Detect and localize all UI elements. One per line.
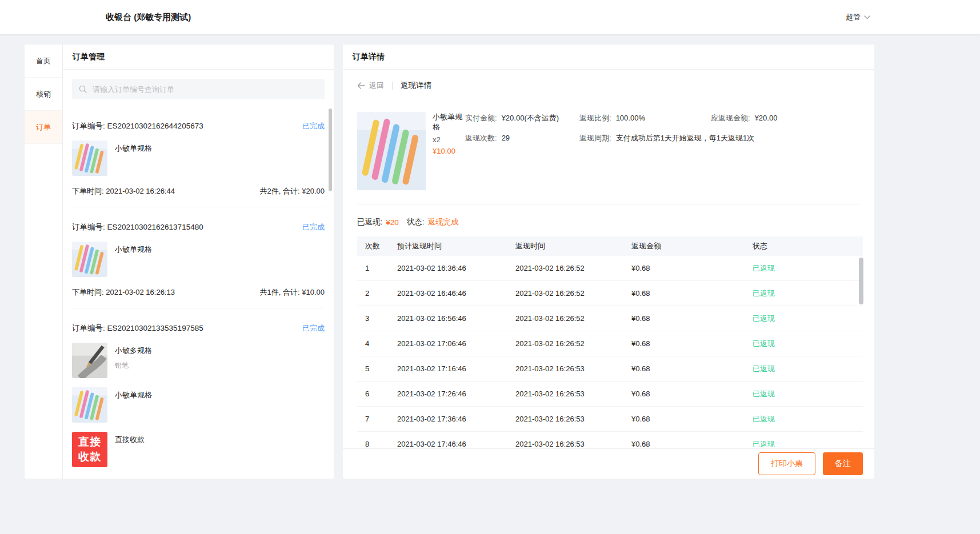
detail-product-info: 小敏单规格 x2 ¥10.00	[433, 112, 465, 190]
table-cell: 7	[365, 415, 397, 423]
product-spec: 铅笔	[115, 361, 152, 371]
detail-product-qty: x2	[433, 135, 465, 144]
detail-product-price: ¥10.00	[433, 147, 465, 155]
table-scrollbar[interactable]	[859, 258, 863, 304]
returned-value: ¥20	[386, 218, 399, 227]
table-row: 32021-03-02 16:56:462021-03-02 16:26:52¥…	[357, 306, 863, 331]
product-image-pens	[72, 387, 107, 423]
order-management-card: 首页核销订单 订单管理 订单编号: ES20210302162644205673…	[25, 45, 334, 479]
arrow-left-icon	[357, 82, 365, 89]
product-info: 小敏多规格铅笔	[115, 343, 152, 378]
cashback-table-body: 12021-03-02 16:36:462021-03-02 16:26:52¥…	[357, 256, 863, 447]
product-name: 直接收款	[115, 435, 145, 445]
product-name: 小敏单规格	[115, 390, 152, 400]
table-cell: 2021-03-02 16:26:52	[515, 289, 631, 298]
detail-panel-title: 订单详情	[343, 45, 874, 70]
product-row: 小敏多规格铅笔	[72, 343, 325, 378]
note-button[interactable]: 备注	[823, 452, 863, 475]
order-list-scrollbar[interactable]	[329, 109, 332, 191]
back-label: 返回	[369, 81, 384, 91]
product-name: 小敏单规格	[115, 143, 152, 154]
sidebar-item-核销[interactable]: 核销	[25, 78, 62, 111]
order-item[interactable]: 订单编号: ES20210302162613715480已完成 小敏单规格下单时…	[72, 207, 325, 308]
table-row: 72021-03-02 17:36:462021-03-02 16:26:53¥…	[357, 407, 863, 432]
table-cell: ¥0.68	[631, 314, 753, 323]
order-foot: 下单时间: 2021-03-02 16:26:44共2件, 合计: ¥20.00	[72, 176, 325, 207]
product-row: 小敏单规格	[72, 242, 325, 277]
top-header: 收银台 (郑敏专用测试) 超管	[0, 0, 980, 34]
product-row: 直接收款 直接收款	[72, 432, 325, 467]
order-total: 共2件, 合计: ¥20.00	[260, 186, 325, 196]
table-cell: 3	[365, 314, 397, 323]
table-cell: 2021-03-02 16:26:52	[515, 264, 631, 272]
order-head: 订单编号: ES20210302162644205673已完成	[72, 106, 325, 131]
table-row: 62021-03-02 17:26:462021-03-02 16:26:53¥…	[357, 382, 863, 407]
col-header: 返现时间	[515, 241, 631, 251]
cashback-count-item: 返现次数:29	[465, 133, 579, 143]
table-cell: 已返现	[753, 314, 863, 324]
table-cell: 5	[365, 364, 397, 373]
table-cell: 2021-03-02 17:06:46	[397, 339, 515, 348]
table-cell: 1	[365, 264, 397, 272]
expected-amount-item: 应返现金额:¥20.00	[711, 113, 860, 123]
order-foot: 下单时间: 2021-03-02 16:26:13共1件, 合计: ¥10.00	[72, 277, 325, 308]
product-image-pencil	[72, 343, 107, 378]
search-input[interactable]	[91, 85, 318, 94]
table-row: 42021-03-02 17:06:462021-03-02 16:26:52¥…	[357, 331, 863, 356]
order-item[interactable]: 订单编号: ES20210302162644205673已完成 小敏单规格下单时…	[72, 106, 325, 207]
table-cell: 2021-03-02 16:26:53	[515, 390, 631, 398]
order-panel-title: 订单管理	[63, 45, 334, 70]
order-status-badge: 已完成	[302, 121, 325, 131]
table-cell: 已返现	[753, 439, 863, 447]
cashback-table-header: 次数 预计返现时间 返现时间 返现金额 状态	[357, 236, 863, 256]
table-cell: 2021-03-02 16:46:46	[397, 289, 515, 298]
col-header: 次数	[365, 241, 397, 251]
product-image-pens	[72, 242, 107, 277]
status-value: 返现完成	[428, 217, 459, 227]
table-cell: ¥0.68	[631, 264, 753, 272]
detail-subtitle: 返现详情	[401, 81, 431, 91]
table-cell: 2021-03-02 16:26:52	[515, 314, 631, 323]
table-cell: 2021-03-02 17:16:46	[397, 364, 515, 373]
table-cell: 8	[365, 440, 397, 447]
product-info: 小敏单规格	[115, 387, 152, 423]
search-icon	[79, 85, 87, 93]
table-cell: 2021-03-02 16:26:53	[515, 364, 631, 373]
table-cell: ¥0.68	[631, 364, 753, 373]
page-title: 收银台 (郑敏专用测试)	[106, 0, 191, 34]
order-head: 订单编号: ES20210302133535197585已完成	[72, 308, 325, 334]
back-button[interactable]: 返回	[357, 81, 384, 91]
order-list: 订单编号: ES20210302162644205673已完成 小敏单规格下单时…	[63, 106, 334, 479]
table-cell: 已返现	[753, 263, 863, 274]
sidebar-item-首页[interactable]: 首页	[25, 45, 62, 78]
cashback-status-line: 已返现: ¥20 状态: 返现完成	[357, 204, 860, 236]
table-cell: 已返现	[753, 288, 863, 299]
order-item[interactable]: 订单编号: ES20210302133535197585已完成 小敏多规格铅笔 …	[72, 308, 325, 467]
order-total: 共1件, 合计: ¥10.00	[260, 287, 325, 298]
product-info: 小敏单规格	[115, 242, 152, 277]
cashback-summary: 小敏单规格 x2 ¥10.00 实付金额:¥20.00(不含运费) 返现比例:1…	[357, 102, 860, 204]
cashback-ratio-item: 返现比例:100.00%	[579, 113, 711, 123]
detail-product-name: 小敏单规格	[433, 112, 465, 133]
returned-label: 已返现:	[357, 217, 382, 227]
order-number: 订单编号: ES20210302162613715480	[72, 222, 203, 232]
print-receipt-button[interactable]: 打印小票	[758, 452, 815, 475]
table-cell: 2021-03-02 17:36:46	[397, 415, 515, 423]
summary-grid: 实付金额:¥20.00(不含运费) 返现比例:100.00% 应返现金额:¥20…	[465, 112, 860, 190]
user-menu[interactable]: 超管	[846, 0, 870, 34]
product-image-pens	[357, 112, 426, 190]
order-detail-panel: 订单详情 返回 返现详情 小敏单规格	[343, 45, 874, 479]
table-cell: 2021-03-02 17:26:46	[397, 390, 515, 398]
cashback-cycle-item: 返现周期:支付成功后第1天开始返现，每1天返现1次	[579, 133, 860, 143]
detail-toolbar: 返回 返现详情	[343, 70, 874, 102]
order-search[interactable]	[72, 79, 325, 99]
sidebar-item-订单[interactable]: 订单	[25, 111, 62, 144]
product-row: 小敏单规格	[72, 140, 325, 176]
order-status-badge: 已完成	[302, 222, 325, 232]
direct-payment-tile: 直接收款	[72, 432, 107, 467]
content-area: 首页核销订单 订单管理 订单编号: ES20210302162644205673…	[0, 34, 980, 479]
table-cell: 2021-03-02 17:46:46	[397, 440, 515, 447]
table-cell: 2021-03-02 16:56:46	[397, 314, 515, 323]
product-row: 小敏单规格	[72, 387, 325, 423]
order-time: 下单时间: 2021-03-02 16:26:44	[72, 186, 175, 196]
